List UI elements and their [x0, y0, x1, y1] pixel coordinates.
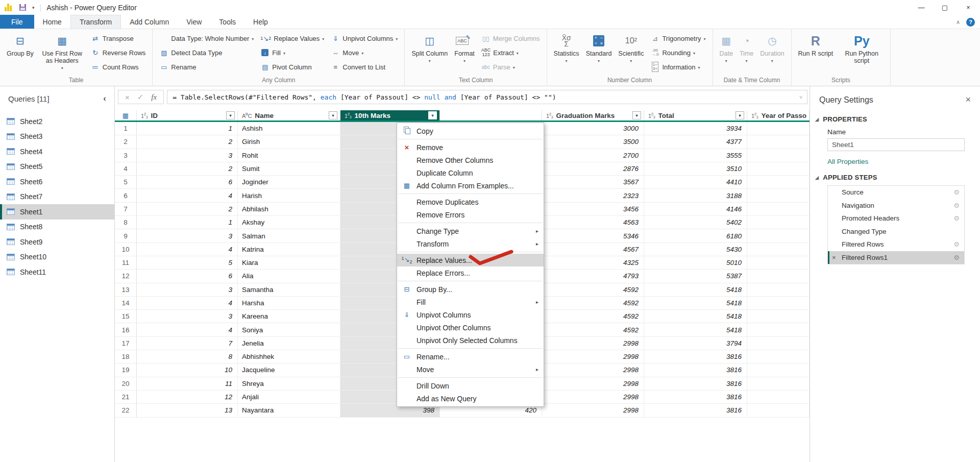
cell-year[interactable]	[747, 310, 810, 323]
cell-id[interactable]: 4	[137, 297, 238, 309]
cell-total[interactable]: 5418	[644, 297, 747, 309]
formula-expand-icon[interactable]: ˅	[799, 94, 802, 100]
column-header-hidden[interactable]	[440, 110, 542, 120]
cell-rownum[interactable]: 19	[115, 363, 137, 376]
cell-total[interactable]: 5418	[644, 310, 747, 323]
collapse-ribbon-icon[interactable]: ∧	[956, 19, 960, 26]
merge-columns-button[interactable]: ▯▯Merge Columns	[479, 33, 542, 43]
cell-year[interactable]	[747, 337, 810, 350]
cell-id[interactable]: 3	[137, 310, 238, 323]
menu-item-change-type[interactable]: Change Type▸	[397, 225, 544, 237]
cell-grad[interactable]: 4325	[542, 256, 644, 269]
cell-rownum[interactable]: 14	[115, 297, 137, 309]
menu-item-replace-errors[interactable]: Replace Errors...	[397, 266, 544, 279]
menu-item-remove[interactable]: ×Remove	[397, 141, 544, 154]
cell-rownum[interactable]: 16	[115, 323, 137, 336]
cell-year[interactable]	[747, 122, 810, 135]
cell-year[interactable]	[747, 391, 810, 403]
menu-item-add-as-new-query[interactable]: Add as New Query	[397, 392, 544, 405]
cell-rownum[interactable]: 3	[115, 149, 137, 162]
cell-id[interactable]: 3	[137, 149, 238, 162]
cell-year[interactable]	[747, 377, 810, 390]
formula-input[interactable]: = Table.SelectRows(#"Filtered Rows", eac…	[167, 90, 807, 104]
tab-transform[interactable]: Transform	[70, 15, 121, 29]
cell-year[interactable]	[747, 216, 810, 229]
menu-item-remove-errors[interactable]: Remove Errors	[397, 208, 544, 221]
cell-total[interactable]: 5418	[644, 323, 747, 336]
column-header-tenth[interactable]: 12₃10th Marks▾	[340, 110, 440, 120]
query-item-sheet4[interactable]: Sheet4	[0, 144, 114, 159]
cell-rownum[interactable]: 17	[115, 337, 137, 350]
cell-rownum[interactable]: 6	[115, 189, 137, 202]
cell-total[interactable]: 5010	[644, 256, 747, 269]
collapse-triangle-icon[interactable]: ◢	[815, 175, 819, 180]
cell-total[interactable]: 3816	[644, 404, 747, 417]
cell-total[interactable]: 3816	[644, 350, 747, 363]
cell-rownum[interactable]: 20	[115, 377, 137, 390]
cell-year[interactable]	[747, 350, 810, 363]
cell-id[interactable]: 2	[137, 162, 238, 175]
standard-button[interactable]: +−÷×Standard▾	[584, 32, 614, 76]
cell-grad[interactable]: 2998	[542, 350, 644, 363]
tab-tools[interactable]: Tools	[210, 15, 244, 29]
save-icon[interactable]	[19, 4, 26, 11]
cell-id[interactable]: 4	[137, 189, 238, 202]
tab-home[interactable]: Home	[34, 15, 70, 29]
all-properties-link[interactable]: All Properties	[827, 158, 965, 165]
cell-grad[interactable]: 2998	[542, 377, 644, 390]
cell-id[interactable]: 7	[137, 337, 238, 350]
tab-view[interactable]: View	[178, 15, 210, 29]
cell-name[interactable]: Akshay	[238, 216, 340, 229]
menu-item-drill-down[interactable]: Drill Down	[397, 379, 544, 392]
cell-year[interactable]	[747, 162, 810, 175]
cell-grad[interactable]: 4592	[542, 323, 644, 336]
trigonometry-button[interactable]: ⊿Trigonometry▾	[648, 33, 707, 43]
cell-name[interactable]: Alia	[238, 270, 340, 282]
filter-dropdown-icon[interactable]: ▾	[329, 111, 337, 119]
cell-id[interactable]: 1	[137, 122, 238, 135]
filter-dropdown-icon[interactable]: ▾	[632, 111, 641, 119]
cell-rownum[interactable]: 7	[115, 203, 137, 215]
run-r-script-button[interactable]: RRun R script	[796, 32, 836, 76]
cell-grad[interactable]: 3000	[542, 122, 644, 135]
duration-button[interactable]: ◷Duration▾	[758, 32, 786, 76]
cell-name[interactable]: Jacqueline	[238, 363, 340, 376]
query-item-sheet7[interactable]: Sheet7	[0, 189, 114, 205]
cell-year[interactable]	[747, 323, 810, 336]
menu-item-unpivot-columns[interactable]: ⇓Unpivot Columns	[397, 308, 544, 321]
time-button[interactable]: ◔Time▾	[738, 32, 755, 76]
menu-item-replace-values[interactable]: 1↘2Replace Values...	[397, 254, 544, 266]
cell-id[interactable]: 10	[137, 363, 238, 376]
cell-grad[interactable]: 4592	[542, 283, 644, 296]
menu-item-duplicate-column[interactable]: Duplicate Column	[397, 166, 544, 179]
cell-id[interactable]: 13	[137, 404, 238, 417]
cell-rownum[interactable]: 5	[115, 176, 137, 188]
cell-total[interactable]: 5430	[644, 243, 747, 256]
cell-grad[interactable]: 3567	[542, 176, 644, 188]
cell-rownum[interactable]: 15	[115, 310, 137, 323]
quick-access-caret-icon[interactable]: ▾	[32, 5, 35, 10]
cell-name[interactable]: Ashish	[238, 122, 340, 135]
cell-grad[interactable]: 3500	[542, 135, 644, 148]
date-button[interactable]: ▦Date▾	[718, 32, 735, 76]
cell-grad[interactable]: 2323	[542, 189, 644, 202]
cell-name[interactable]: Samantha	[238, 283, 340, 296]
cell-rownum[interactable]: 22	[115, 404, 137, 417]
split-column-button[interactable]: ◫Split Column▾	[409, 32, 450, 76]
fill-button[interactable]: ↓Fill▾	[258, 47, 326, 58]
cell-total[interactable]: 3816	[644, 391, 747, 403]
cell-id[interactable]: 5	[137, 256, 238, 269]
applied-step-source[interactable]: Source⚙	[828, 186, 964, 199]
cell-rownum[interactable]: 12	[115, 270, 137, 282]
cell-id[interactable]: 4	[137, 243, 238, 256]
cancel-formula-icon[interactable]: ×	[125, 93, 130, 102]
cell-total[interactable]: 3934	[644, 122, 747, 135]
delete-step-icon[interactable]: ×	[832, 254, 836, 261]
cell-id[interactable]: 8	[137, 350, 238, 363]
cell-rownum[interactable]: 10	[115, 243, 137, 256]
commit-formula-icon[interactable]: ✓	[137, 92, 144, 102]
cell-id[interactable]: 12	[137, 391, 238, 403]
column-header-id[interactable]: 12₃ID▾	[137, 110, 238, 120]
cell-name[interactable]: Harsha	[238, 297, 340, 309]
tab-file[interactable]: File	[0, 15, 34, 29]
